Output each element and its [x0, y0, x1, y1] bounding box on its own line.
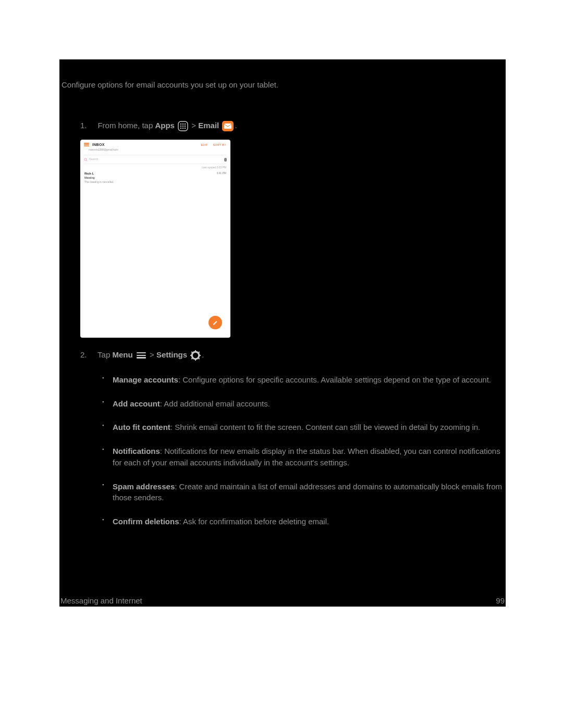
mic-icon[interactable] — [224, 158, 227, 162]
last-sync-text: Last synced 3:03 PM — [80, 166, 226, 169]
step-number: 1. — [80, 121, 87, 130]
list-item: Notifications: Notifications for new ema… — [102, 446, 505, 468]
email-app-screenshot: INBOX EDIT SORT BY marcms1398@gmail.com … — [80, 140, 230, 338]
settings-label: Settings — [156, 350, 187, 359]
svg-point-8 — [182, 128, 183, 129]
step-text: Tap — [97, 350, 112, 359]
svg-point-5 — [182, 126, 183, 127]
step-end: . — [202, 350, 204, 359]
compose-button[interactable] — [209, 316, 222, 329]
step-2: 2. Tap Menu > Settings — [80, 349, 505, 527]
option-desc: : Configure options for specific account… — [178, 375, 491, 384]
email-time: 3:41 PM — [216, 171, 226, 175]
sort-button[interactable]: SORT BY — [213, 143, 226, 146]
edit-button[interactable]: EDIT — [201, 143, 207, 146]
option-title: Add account — [113, 399, 160, 408]
svg-rect-15 — [195, 359, 196, 361]
apps-label: Apps — [155, 121, 175, 130]
hamburger-icon — [137, 351, 146, 360]
option-desc: : Add additional email accounts. — [160, 399, 270, 408]
step-number: 2. — [80, 350, 87, 359]
step-text: From home, tap — [97, 121, 155, 130]
list-item: Auto fit content: Shrink email content t… — [102, 422, 505, 433]
svg-rect-10 — [224, 124, 231, 129]
step-sep: > — [150, 350, 156, 359]
svg-point-4 — [180, 126, 181, 127]
svg-point-2 — [182, 124, 183, 125]
search-input[interactable]: Search — [84, 157, 98, 162]
sender-name: Rich L — [84, 171, 226, 176]
list-item: Spam addresses: Create and maintain a li… — [102, 481, 505, 504]
svg-rect-17 — [199, 355, 201, 356]
menu-label: Menu — [112, 350, 132, 359]
svg-point-1 — [180, 124, 181, 125]
page-footer: Messaging and Internet 99 — [60, 595, 505, 607]
svg-point-9 — [185, 128, 186, 129]
settings-options-list: Manage accounts: Configure options for s… — [102, 374, 505, 527]
svg-point-7 — [180, 128, 181, 129]
step-1: 1. From home, tap Apps > Email . — [80, 120, 505, 338]
email-snippet: The meeting is cancelled. — [84, 180, 226, 184]
option-title: Manage accounts — [113, 375, 178, 384]
list-item: Confirm deletions: Ask for confirmation … — [102, 516, 505, 527]
option-title: Notifications — [113, 447, 160, 455]
document-page: Configure options for email accounts you… — [59, 59, 506, 607]
option-title: Auto fit content — [113, 423, 170, 431]
svg-rect-14 — [195, 350, 196, 352]
email-icon — [222, 121, 234, 131]
footer-section: Messaging and Internet — [60, 595, 142, 607]
account-email: marcms1398@gmail.com — [89, 148, 230, 152]
steps-list: 1. From home, tap Apps > Email . — [80, 120, 505, 527]
list-item: Manage accounts: Configure options for s… — [102, 374, 505, 386]
svg-point-22 — [194, 354, 197, 357]
option-desc: : Shrink email content to fit the screen… — [170, 423, 480, 431]
svg-point-3 — [185, 124, 186, 125]
svg-point-11 — [84, 158, 87, 160]
email-label: Email — [198, 121, 219, 130]
list-item: Add account: Add additional email accoun… — [102, 398, 505, 410]
gear-icon — [190, 350, 201, 361]
step-end: . — [235, 121, 237, 130]
menu-icon[interactable] — [84, 143, 89, 147]
svg-point-6 — [185, 126, 186, 127]
option-desc: : Notifications for new emails display i… — [113, 447, 500, 467]
intro-text: Configure options for email accounts you… — [62, 79, 505, 91]
option-title: Confirm deletions — [113, 517, 179, 526]
step-sep: > — [191, 121, 198, 130]
email-subject: Meeting — [84, 176, 226, 180]
footer-page-number: 99 — [496, 595, 505, 607]
option-desc: : Ask for confirmation before deleting e… — [179, 517, 329, 526]
search-placeholder: Search — [89, 157, 98, 162]
inbox-title: INBOX — [92, 142, 105, 147]
apps-icon — [178, 121, 188, 131]
option-title: Spam addresses — [113, 482, 175, 491]
svg-rect-16 — [190, 355, 192, 356]
email-list-item[interactable]: Rich L 3:41 PM Meeting The meeting is ca… — [84, 171, 226, 184]
svg-line-12 — [87, 160, 88, 161]
